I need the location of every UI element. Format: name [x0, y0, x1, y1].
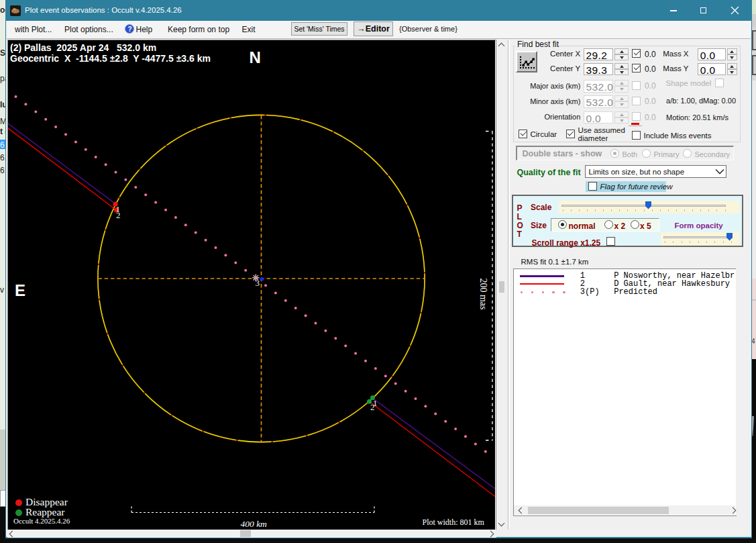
svg-text:200 mas: 200 mas	[478, 278, 488, 309]
